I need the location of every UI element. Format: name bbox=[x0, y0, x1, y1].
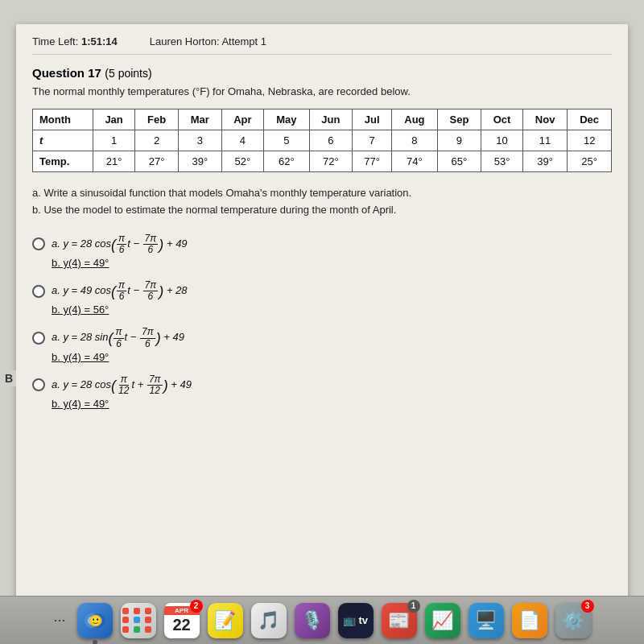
radio-option-3[interactable] bbox=[32, 332, 45, 345]
option2-formula: a. y = 49 cos(π6t − 7π6) + 28 bbox=[52, 280, 188, 302]
table-cell-t6: 6 bbox=[309, 130, 353, 151]
podcasts-icon-wrap: 🎙️ bbox=[295, 603, 330, 638]
table-cell-temp2: 27° bbox=[135, 151, 179, 172]
time-left-label: Time Left: 1:51:14 bbox=[32, 35, 118, 47]
table-row-temp-label: Temp. bbox=[33, 151, 93, 172]
table-header-jul: Jul bbox=[353, 109, 392, 130]
table-header-apr: Apr bbox=[221, 109, 264, 130]
table-header-dec: Dec bbox=[568, 109, 612, 130]
calendar-icon-wrap: APR 22 2 bbox=[164, 603, 200, 638]
option1-formula: a. y = 28 cos(π6t − 7π6) + 49 bbox=[52, 233, 188, 255]
stocks-icon-wrap: 📈 bbox=[425, 603, 460, 638]
remote-desktop-icon-wrap: 🖥️ bbox=[469, 603, 504, 638]
option3-b-answer: b. y(4) = 49° bbox=[52, 351, 612, 363]
radio-option-2[interactable] bbox=[32, 285, 45, 298]
table-cell-t8: 8 bbox=[392, 130, 437, 151]
music-icon[interactable]: 🎵 bbox=[251, 603, 287, 638]
launchpad-icon[interactable] bbox=[121, 603, 156, 638]
student-name: Lauren Horton: Attempt 1 bbox=[150, 35, 266, 47]
table-cell-t5: 5 bbox=[264, 130, 309, 151]
table-cell-temp3: 39° bbox=[178, 151, 221, 172]
radio-option-4[interactable] bbox=[32, 378, 45, 391]
time-value: 1:51:14 bbox=[81, 35, 118, 47]
answer-option-4: a. y = 28 cos(π12t + 7π12) + 49 b. y(4) … bbox=[32, 374, 612, 410]
finder-active-dot bbox=[93, 640, 97, 645]
question-description: The normal monthly temperatures (°F) for… bbox=[32, 85, 612, 97]
news-icon-wrap: 📰 1 bbox=[382, 603, 417, 638]
table-cell-temp1: 21° bbox=[93, 151, 135, 172]
answer-option-1: a. y = 28 cos(π6t − 7π6) + 49 b. y(4) = … bbox=[32, 233, 612, 269]
option4-formula: a. y = 28 cos(π12t + 7π12) + 49 bbox=[52, 374, 192, 396]
svg-text:🙂: 🙂 bbox=[88, 614, 102, 628]
table-row-t-label: t bbox=[33, 130, 93, 151]
table-header-oct: Oct bbox=[481, 109, 523, 130]
stocks-icon[interactable]: 📈 bbox=[425, 603, 460, 638]
option4-b-answer: b. y(4) = 49° bbox=[52, 398, 612, 410]
notes-icon[interactable]: 📝 bbox=[208, 603, 243, 638]
sys-prefs-badge: 3 bbox=[581, 600, 594, 613]
table-header-jan: Jan bbox=[93, 109, 135, 130]
remote-desktop-icon[interactable]: 🖥️ bbox=[469, 603, 504, 638]
podcasts-icon[interactable]: 🎙️ bbox=[295, 603, 330, 638]
calendar-day: 22 bbox=[172, 615, 190, 634]
finder-icon[interactable]: 🙂 bbox=[77, 603, 113, 638]
header-bar: Time Left: 1:51:14 Lauren Horton: Attemp… bbox=[32, 32, 612, 55]
table-header-month: Month bbox=[33, 109, 93, 130]
table-cell-temp7: 77° bbox=[353, 151, 392, 172]
question-points: (5 points) bbox=[105, 67, 151, 80]
instructions: a. Write a sinusoidal function that mode… bbox=[32, 185, 612, 219]
music-icon-wrap: 🎵 bbox=[251, 603, 287, 638]
table-cell-t9: 9 bbox=[437, 130, 481, 151]
option1-b-answer: b. y(4) = 49° bbox=[52, 257, 612, 269]
instruction-b: b. Use the model to estimate the normal … bbox=[32, 202, 612, 219]
radio-option-1[interactable] bbox=[32, 237, 45, 250]
table-cell-t3: 3 bbox=[178, 130, 221, 151]
table-cell-temp11: 39° bbox=[522, 151, 568, 172]
table-cell-temp4: 52° bbox=[221, 151, 264, 172]
table-cell-t12: 12 bbox=[568, 130, 612, 151]
question-number: Question 17 bbox=[32, 66, 101, 80]
tv-icon[interactable]: 📺 tv bbox=[338, 603, 374, 638]
table-header-jun: Jun bbox=[309, 109, 353, 130]
table-cell-temp6: 72° bbox=[309, 151, 353, 172]
news-badge: 1 bbox=[407, 600, 420, 613]
table-cell-t11: 11 bbox=[522, 130, 568, 151]
temperature-table: Month Jan Feb Mar Apr May Jun Jul Aug Se… bbox=[32, 109, 612, 172]
table-cell-t7: 7 bbox=[353, 130, 392, 151]
table-cell-temp9: 65° bbox=[437, 151, 481, 172]
table-header-nov: Nov bbox=[522, 109, 568, 130]
answer-option-3: a. y = 28 sin(π6t − 7π6) + 49 b. y(4) = … bbox=[32, 327, 612, 362]
table-cell-temp5: 62° bbox=[264, 151, 309, 172]
calendar-badge: 2 bbox=[190, 600, 203, 613]
table-header-mar: Mar bbox=[178, 109, 221, 130]
tv-icon-wrap: 📺 tv bbox=[338, 603, 374, 638]
taskbar: ··· 🙂 bbox=[0, 596, 644, 644]
option3-formula: a. y = 28 sin(π6t − 7π6) + 49 bbox=[52, 327, 184, 349]
sidebar-label-b: B bbox=[2, 370, 16, 386]
launchpad-icon-wrap bbox=[121, 603, 156, 638]
table-cell-t10: 10 bbox=[481, 130, 523, 151]
taskbar-dots: ··· bbox=[53, 612, 65, 629]
table-cell-t1: 1 bbox=[93, 130, 135, 151]
quiz-container: Time Left: 1:51:14 Lauren Horton: Attemp… bbox=[16, 24, 628, 604]
answer-option-2: a. y = 49 cos(π6t − 7π6) + 28 b. y(4) = … bbox=[32, 280, 612, 316]
pages-icon[interactable]: 📄 bbox=[512, 603, 547, 638]
option2-b-answer: b. y(4) = 56° bbox=[52, 303, 612, 316]
table-header-feb: Feb bbox=[135, 109, 179, 130]
table-cell-t4: 4 bbox=[221, 130, 264, 151]
sys-prefs-icon-wrap: ⚙️ 3 bbox=[555, 603, 591, 638]
table-cell-temp10: 53° bbox=[481, 151, 523, 172]
instruction-a: a. Write a sinusoidal function that mode… bbox=[32, 185, 612, 202]
finder-icon-wrap: 🙂 bbox=[77, 603, 113, 638]
notes-icon-wrap: 📝 bbox=[208, 603, 243, 638]
table-header-aug: Aug bbox=[392, 109, 437, 130]
table-header-sep: Sep bbox=[437, 109, 481, 130]
screen: Time Left: 1:51:14 Lauren Horton: Attemp… bbox=[0, 0, 644, 644]
table-cell-temp12: 25° bbox=[568, 151, 612, 172]
table-cell-t2: 2 bbox=[135, 130, 179, 151]
pages-icon-wrap: 📄 bbox=[512, 603, 547, 638]
table-header-may: May bbox=[264, 109, 309, 130]
table-cell-temp8: 74° bbox=[392, 151, 437, 172]
